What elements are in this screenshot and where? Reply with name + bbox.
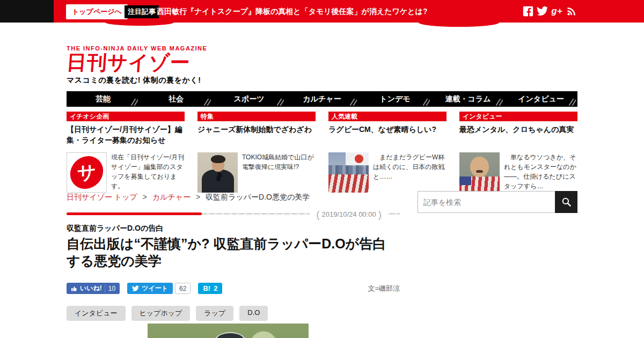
- column-title-link[interactable]: ジャニーズ新体制始動でざわざわ: [197, 124, 316, 150]
- magazine-tagline: THE INFO-NINJA DAILY WEB MAGAZINE: [67, 45, 207, 52]
- nav-item-shakai[interactable]: 社会: [140, 91, 213, 107]
- nav-label: 社会: [169, 94, 184, 104]
- breadcrumb-home-link[interactable]: 日刊サイゾー トップ: [67, 193, 137, 201]
- googleplus-icon[interactable]: g+: [551, 5, 563, 17]
- column-header: 人気連載: [328, 112, 447, 121]
- article-divider: (2019/10/24 00:00): [67, 211, 400, 219]
- tag-do[interactable]: D.O: [239, 306, 268, 321]
- featured-article-headline[interactable]: 西田敏行『ナイトスクープ』降板の真相と「タモリ後任案」が消えたワケとは?: [157, 7, 427, 17]
- nav-separator: [204, 99, 211, 106]
- main-nav: 芸能 社会 スポーツ カルチャー トンデモ 連載・コラム インタビュー: [67, 91, 577, 107]
- nav-separator: [496, 99, 503, 106]
- site-logo-block[interactable]: THE INFO-NINJA DAILY WEB MAGAZINE 日刊サイゾー…: [67, 45, 207, 85]
- nav-label: トンデモ: [379, 94, 410, 104]
- page: トップページへ 注目記事 西田敏行『ナイトスクープ』降板の真相と「タモリ後任案」…: [0, 0, 644, 338]
- nav-label: カルチャー: [303, 94, 341, 104]
- tag-list: インタビュー ヒップホップ ラップ D.O: [67, 306, 268, 321]
- column-teaser[interactable]: TOKIO城島結婚で山口が電撃復帰に現実味!?: [197, 152, 316, 193]
- rss-icon[interactable]: [565, 5, 577, 17]
- article-kicker: 収監直前ラッパーD.Oの告白: [67, 224, 163, 233]
- top-page-button[interactable]: トップページへ: [66, 4, 128, 19]
- nav-item-culture[interactable]: カルチャー: [286, 91, 358, 107]
- article-author: 文=磯部涼: [67, 284, 400, 293]
- press-conference-photo: [197, 152, 238, 193]
- column-header: イチオシ企画: [67, 112, 185, 121]
- nav-separator: [423, 99, 430, 106]
- breadcrumb-culture-link[interactable]: カルチャー: [152, 193, 191, 201]
- divider-red-stroke: [67, 212, 202, 215]
- feature-column-tokushu: 特集 ジャニーズ新体制始動でざわざわ TOKIO城島結婚で山口が電撃復帰に現実味…: [197, 112, 316, 193]
- teaser-text: 単なるウソつきか、それともモンスターなのか――。仕掛けるたびにスタッフすら…: [504, 152, 577, 193]
- column-teaser[interactable]: 単なるウソつきか、それともモンスターなのか――。仕掛けるたびにスタッフすら…: [459, 152, 577, 193]
- nav-item-rensai-column[interactable]: 連載・コラム: [431, 91, 504, 107]
- paren-close: ): [376, 209, 384, 220]
- date-text: 2019/10/24 00:00: [321, 210, 376, 218]
- column-header: 特集: [197, 112, 316, 121]
- nav-label: スポーツ: [234, 94, 265, 104]
- site-slogan: マスコミの裏を読む! 体制の裏をかく!: [67, 76, 207, 85]
- column-teaser[interactable]: サ 現在「日刊サイゾー/月刊サイゾー」編集部のスタッフを募集しております。: [67, 152, 185, 193]
- column-teaser[interactable]: まだまだラグビーW杯は続くのに、日本の敗戦と……: [328, 152, 447, 193]
- column-title-link[interactable]: ラグビーCM、なぜ素晴らしい?: [328, 124, 447, 150]
- rugby-world-cup-photo: [328, 152, 369, 193]
- article-date: (2019/10/24 00:00): [310, 209, 388, 221]
- feature-column-ninki-rensai: 人気連載 ラグビーCM、なぜ素晴らしい? まだまだラグビーW杯は続くのに、日本の…: [328, 112, 447, 193]
- breadcrumb-separator: >: [143, 193, 147, 201]
- nav-label: 連載・コラム: [445, 94, 491, 104]
- search-button[interactable]: [555, 191, 577, 213]
- tag-interview[interactable]: インタビュー: [67, 306, 126, 321]
- cap-shape: [216, 333, 244, 338]
- nav-item-sports[interactable]: スポーツ: [213, 91, 286, 107]
- cyzo-logo-glyph: サ: [70, 155, 103, 190]
- teaser-text: TOKIO城島結婚で山口が電撃復帰に現実味!?: [242, 152, 316, 193]
- column-title-link[interactable]: 最恐メンタル、クロちゃんの真実: [459, 124, 577, 150]
- nav-separator: [350, 99, 357, 106]
- nav-item-geino[interactable]: 芸能: [67, 91, 140, 107]
- nav-separator: [277, 99, 284, 106]
- cyzo-logo-mark: サ: [67, 152, 107, 193]
- facebook-icon[interactable]: [522, 5, 534, 17]
- search-icon: [561, 197, 572, 207]
- search-input[interactable]: [418, 191, 555, 213]
- column-title-link[interactable]: 【日刊サイゾー/月刊サイゾー】編集・ライター募集のお知らせ: [67, 124, 185, 150]
- search-box: [418, 191, 577, 213]
- feature-column-ichioshi: イチオシ企画 【日刊サイゾー/月刊サイゾー】編集・ライター募集のお知らせ サ 現…: [67, 112, 185, 193]
- tag-rap[interactable]: ラップ: [196, 306, 233, 321]
- column-header: インタビュー: [459, 112, 577, 121]
- nav-label: インタビュー: [518, 94, 564, 104]
- social-icon-row: g+: [522, 5, 577, 17]
- article-main-photo: [148, 324, 309, 338]
- top-bar: トップページへ 注目記事 西田敏行『ナイトスクープ』降板の真相と「タモリ後任案」…: [0, 0, 644, 23]
- teaser-text: まだまだラグビーW杯は続くのに、日本の敗戦と……: [373, 152, 447, 193]
- twitter-icon[interactable]: [536, 5, 548, 17]
- feature-columns: イチオシ企画 【日刊サイゾー/月刊サイゾー】編集・ライター募集のお知らせ サ 現…: [67, 112, 577, 193]
- breadcrumb-current: 収監前ラッパーD.O悪党の美学: [206, 193, 310, 201]
- breadcrumb-separator: >: [196, 193, 200, 201]
- nav-item-interview[interactable]: インタビュー: [504, 91, 577, 107]
- nav-separator: [131, 99, 138, 106]
- article-title: 自伝出版は“不謹慎”か? 収監直前ラッパーD.Oが告白する悪党の美学: [67, 235, 399, 269]
- tag-hiphop[interactable]: ヒップホップ: [131, 306, 191, 321]
- paren-open: (: [314, 209, 321, 220]
- kurochan-photo: [459, 152, 500, 193]
- breadcrumb: 日刊サイゾー トップ > カルチャー > 収監前ラッパーD.O悪党の美学: [67, 193, 310, 202]
- nav-item-tondemo[interactable]: トンデモ: [358, 91, 431, 107]
- teaser-text: 現在「日刊サイゾー/月刊サイゾー」編集部のスタッフを募集しております。: [111, 152, 185, 193]
- nav-separator: [569, 99, 576, 106]
- feature-column-interview: インタビュー 最恐メンタル、クロちゃんの真実 単なるウソつきか、それともモンスタ…: [459, 112, 577, 193]
- site-logo[interactable]: 日刊サイゾー: [66, 52, 208, 75]
- nav-label: 芸能: [96, 94, 111, 104]
- featured-article-badge: 注目記事: [125, 5, 159, 18]
